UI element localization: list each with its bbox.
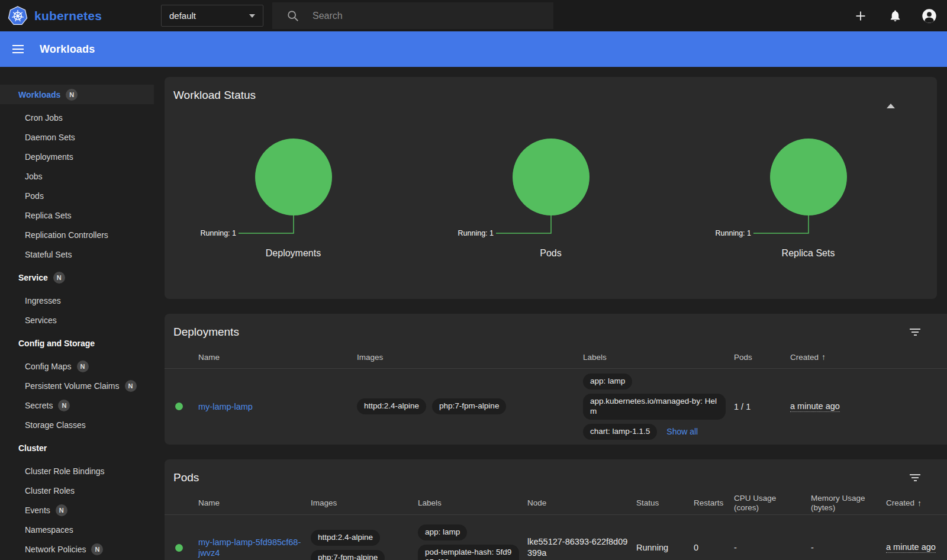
collapse-card-button[interactable]	[887, 94, 895, 104]
column-header-label: Name	[198, 498, 220, 508]
sidebar-item-label: Services	[25, 316, 57, 325]
running-status-dot	[175, 544, 183, 552]
workload-pie-replica-sets: Running: 1Replica Sets	[679, 138, 937, 259]
new-badge: N	[91, 543, 103, 555]
sidebar-item-ingresses[interactable]: Ingresses	[0, 291, 154, 310]
pods-ratio: 1 / 1	[734, 402, 750, 411]
created-timestamp: a minute ago	[886, 542, 936, 553]
column-header-label: Status	[636, 498, 659, 508]
pod-name-link[interactable]: my-lamp-lamp-5fd985cf68-jwvz4	[198, 537, 302, 558]
chart-title: Pods	[540, 248, 561, 259]
sidebar-item-replica-sets[interactable]: Replica Sets	[0, 205, 154, 225]
restarts-count: 0	[694, 543, 698, 552]
sidebar-item-workloads[interactable]: WorkloadsN	[0, 85, 154, 104]
column-header-memory-usage-bytes[interactable]: Memory Usage (bytes)	[811, 493, 886, 515]
new-badge: N	[66, 89, 78, 101]
menu-toggle-button[interactable]	[11, 42, 25, 56]
sidebar-item-pods[interactable]: Pods	[0, 186, 154, 205]
images-cell: httpd:2.4-alpinephp:7-fpm-alpine	[357, 398, 506, 414]
sidebar-item-cluster-roles[interactable]: Cluster Roles	[0, 481, 154, 500]
sidebar-item-label: Cluster Role Bindings	[25, 466, 105, 476]
deployment-row: my-lamp-lamphttpd:2.4-alpinephp:7-fpm-al…	[165, 369, 947, 445]
kubernetes-home-link[interactable]: kubernetes	[0, 6, 102, 26]
memory-usage: -	[811, 543, 814, 552]
namespace-selector[interactable]: default	[161, 5, 263, 27]
pie-callout-label: Running: 1	[458, 229, 494, 237]
chart-title: Replica Sets	[782, 248, 835, 259]
sidebar-item-label: Network Policies	[25, 545, 86, 554]
sidebar-item-storage-classes[interactable]: Storage Classes	[0, 415, 154, 435]
sidebar-item-secrets[interactable]: SecretsN	[0, 395, 154, 415]
chevron-up-icon	[887, 94, 895, 108]
column-header-cpu-usage-cores[interactable]: CPU Usage (cores)	[734, 493, 811, 515]
deployment-name-link[interactable]: my-lamp-lamp	[198, 401, 253, 412]
new-badge: N	[77, 361, 89, 372]
sidebar-item-label: Service	[18, 273, 48, 282]
sidebar-item-label: Config Maps	[25, 362, 72, 371]
labels-cell: app: lamppod-template-hash: 5fd985cf68	[418, 515, 527, 560]
kubernetes-logo-icon	[8, 6, 28, 26]
notifications-button[interactable]	[887, 8, 903, 24]
sidebar-item-label: Workloads	[18, 90, 60, 99]
column-header-labels[interactable]: Labels	[583, 347, 734, 368]
pie-callout-label: Running: 1	[200, 229, 236, 237]
sidebar-item-service[interactable]: ServiceN	[0, 268, 154, 287]
column-header-restarts[interactable]: Restarts	[694, 493, 734, 515]
deployments-filter-button[interactable]	[908, 327, 922, 337]
workload-status-title: Workload Status	[165, 77, 937, 110]
sidebar-item-label: Cluster	[18, 443, 47, 453]
sidebar-item-network-policies[interactable]: Network PoliciesN	[0, 539, 154, 559]
deployments-table-body: my-lamp-lamphttpd:2.4-alpinephp:7-fpm-al…	[165, 369, 947, 445]
column-header-name[interactable]: Name	[198, 347, 357, 368]
sidebar-item-services[interactable]: Services	[0, 310, 154, 330]
column-header-status[interactable]: Status	[636, 493, 694, 515]
node-name: lke55127-86393-622f8d09399a	[527, 536, 628, 559]
column-header-status	[174, 493, 198, 515]
user-menu-button[interactable]	[921, 8, 938, 24]
label-chip: httpd:2.4-alpine	[311, 530, 380, 546]
sidebar-item-replication-controllers[interactable]: Replication Controllers	[0, 225, 154, 244]
deployments-title: Deployments	[165, 314, 947, 347]
sidebar-item-jobs[interactable]: Jobs	[0, 166, 154, 186]
created-timestamp: a minute ago	[790, 401, 840, 412]
label-chip: pod-template-hash: 5fd985cf68	[418, 545, 519, 560]
sidebar-item-label: Deployments	[25, 152, 73, 162]
sidebar-item-daemon-sets[interactable]: Daemon Sets	[0, 127, 154, 147]
show-all-link[interactable]: Show all	[666, 427, 698, 436]
column-header-label: Name	[198, 353, 220, 363]
search-bar[interactable]	[272, 2, 553, 29]
label-chip: chart: lamp-1.1.5	[583, 424, 657, 440]
column-header-labels[interactable]: Labels	[418, 493, 527, 515]
column-header-label: Created	[790, 353, 819, 363]
sidebar-nav: WorkloadsNCron JobsDaemon SetsDeployment…	[0, 67, 154, 560]
brand-title: kubernetes	[34, 9, 102, 23]
namespace-value: default	[169, 11, 196, 21]
column-header-pods[interactable]: Pods	[734, 347, 790, 368]
sidebar-item-deployments[interactable]: Deployments	[0, 147, 154, 166]
search-input[interactable]	[311, 10, 507, 22]
new-badge: N	[53, 272, 65, 284]
add-resource-button[interactable]	[852, 8, 869, 24]
column-header-created[interactable]: Created↑	[790, 347, 947, 368]
sidebar-item-cron-jobs[interactable]: Cron Jobs	[0, 108, 154, 127]
new-badge: N	[56, 504, 67, 516]
app-bar: Workloads	[0, 31, 947, 67]
pods-filter-button[interactable]	[908, 472, 922, 483]
column-header-node[interactable]: Node	[527, 493, 636, 515]
sidebar-item-persistent-volume-claims[interactable]: Persistent Volume ClaimsN	[0, 376, 154, 395]
column-header-name[interactable]: Name	[198, 493, 311, 515]
pod-row: my-lamp-lamp-5fd985cf68-jwvz4httpd:2.4-a…	[165, 515, 947, 560]
sidebar-item-namespaces[interactable]: Namespaces	[0, 520, 154, 539]
sidebar-item-events[interactable]: EventsN	[0, 500, 154, 520]
label-chip: app: lamp	[583, 374, 632, 390]
label-chip: php:7-fpm-alpine	[311, 550, 385, 560]
column-header-label: Restarts	[694, 498, 723, 508]
sidebar-item-stateful-sets[interactable]: Stateful Sets	[0, 244, 154, 264]
column-header-images[interactable]: Images	[311, 493, 418, 515]
column-header-created[interactable]: Created↑	[886, 493, 947, 515]
workload-pie-deployments: Running: 1Deployments	[165, 138, 422, 259]
pods-card: Pods NameImagesLabelsNodeStatusRestartsC…	[165, 459, 947, 560]
sidebar-item-cluster-role-bindings[interactable]: Cluster Role Bindings	[0, 461, 154, 481]
sidebar-item-config-maps[interactable]: Config MapsN	[0, 356, 154, 376]
column-header-images[interactable]: Images	[357, 347, 583, 368]
